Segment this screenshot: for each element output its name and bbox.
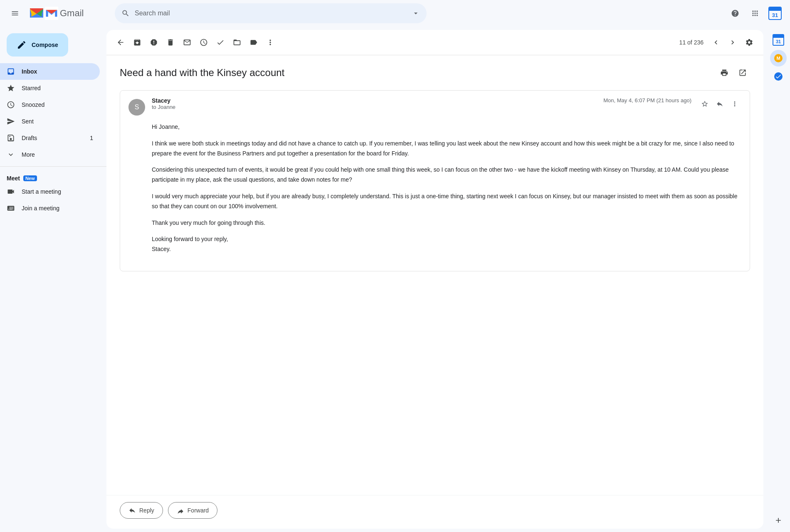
print-icon bbox=[720, 69, 728, 77]
start-meeting-label: Start a meeting bbox=[22, 188, 61, 195]
help-button[interactable] bbox=[727, 5, 743, 22]
move-to-button[interactable] bbox=[230, 35, 244, 50]
meet-section: Meet New Start a meeting Join a meeting bbox=[0, 170, 106, 220]
email-message: S Stacey to Joanne Mon, May 4, 6:07 PM (… bbox=[120, 90, 750, 271]
email-paragraph-2: Considering this unexpected turn of even… bbox=[152, 165, 741, 185]
calendar-panel-button[interactable]: 31 bbox=[770, 32, 787, 48]
star-email-button[interactable] bbox=[698, 97, 711, 111]
calendar-button[interactable]: 31 bbox=[767, 5, 783, 22]
meet-label: Meet bbox=[7, 175, 20, 182]
gmail-wordmark: Gmail bbox=[60, 8, 84, 19]
email-meta: Stacey to Joanne bbox=[152, 97, 597, 110]
email-greeting: Hi Joanne, bbox=[152, 122, 741, 132]
more-label: More bbox=[22, 151, 35, 158]
next-icon bbox=[728, 38, 737, 47]
sidebar-item-drafts[interactable]: Drafts 1 bbox=[0, 130, 100, 146]
add-panel-icon bbox=[774, 516, 783, 525]
more-actions-button[interactable] bbox=[263, 35, 278, 50]
gmail-icon bbox=[45, 7, 58, 20]
snooze-button[interactable] bbox=[196, 35, 211, 50]
mark-done-button[interactable] bbox=[213, 35, 228, 50]
open-new-window-icon bbox=[738, 69, 747, 77]
sidebar-item-start-meeting[interactable]: Start a meeting bbox=[0, 183, 100, 200]
hamburger-button[interactable] bbox=[7, 5, 23, 22]
email-closing: Looking forward to your reply, Stacey. bbox=[152, 234, 741, 254]
print-button[interactable] bbox=[717, 65, 732, 80]
search-icon bbox=[121, 9, 130, 17]
closing-line-2: Stacey. bbox=[152, 246, 171, 252]
compose-icon bbox=[17, 40, 27, 50]
sidebar-item-sent[interactable]: Sent bbox=[0, 113, 100, 130]
sidebar-item-inbox[interactable]: Inbox bbox=[0, 63, 100, 80]
apps-button[interactable] bbox=[747, 5, 763, 22]
snooze-icon bbox=[200, 38, 208, 47]
forward-button-label: Forward bbox=[188, 507, 209, 514]
more-icon bbox=[7, 150, 15, 159]
mark-unread-button[interactable] bbox=[180, 35, 195, 50]
topbar: Gmail 31 bbox=[0, 0, 790, 27]
inbox-icon bbox=[7, 67, 15, 76]
star-email-icon bbox=[701, 100, 709, 108]
email-subject: Need a hand with the Kinsey account bbox=[120, 67, 284, 79]
mark-done-icon bbox=[216, 38, 225, 47]
sender-avatar: S bbox=[128, 99, 145, 116]
search-bar bbox=[115, 3, 427, 23]
delete-button[interactable] bbox=[163, 35, 178, 50]
star-icon bbox=[7, 84, 15, 92]
back-button[interactable] bbox=[113, 35, 128, 50]
gmail-logo-icon bbox=[30, 7, 43, 20]
main-layout: Compose Inbox Starred bbox=[0, 27, 790, 532]
reply-quick-button[interactable] bbox=[713, 97, 726, 111]
next-email-button[interactable] bbox=[725, 35, 740, 50]
more-email-icon bbox=[731, 100, 738, 108]
back-icon bbox=[116, 38, 125, 47]
reply-quick-icon bbox=[716, 100, 723, 108]
sidebar-item-snoozed[interactable]: Snoozed bbox=[0, 96, 100, 113]
archive-button[interactable] bbox=[130, 35, 145, 50]
mark-unread-icon bbox=[183, 38, 191, 47]
sidebar-item-starred[interactable]: Starred bbox=[0, 80, 100, 96]
snoozed-label: Snoozed bbox=[22, 101, 44, 108]
chat-panel-button[interactable]: M bbox=[770, 50, 787, 66]
chat-icon: M bbox=[773, 53, 783, 63]
email-paragraph-4: Thank you very much for going through th… bbox=[152, 218, 741, 228]
sent-icon bbox=[7, 117, 15, 126]
join-meeting-label: Join a meeting bbox=[22, 205, 59, 212]
sidebar-item-join-meeting[interactable]: Join a meeting bbox=[0, 200, 100, 217]
topbar-right: 31 bbox=[727, 5, 783, 22]
open-new-window-button[interactable] bbox=[735, 65, 750, 80]
keyboard-icon bbox=[7, 204, 15, 212]
move-to-icon bbox=[233, 38, 241, 47]
sidebar-item-more[interactable]: More bbox=[0, 146, 100, 163]
drafts-label: Drafts bbox=[22, 135, 37, 141]
report-spam-icon bbox=[150, 38, 158, 47]
meet-badge: New bbox=[23, 175, 37, 181]
search-dropdown-icon[interactable] bbox=[412, 9, 420, 17]
reply-button[interactable]: Reply bbox=[120, 502, 163, 519]
forward-button[interactable]: Forward bbox=[168, 502, 217, 519]
email-header-actions bbox=[698, 97, 741, 111]
forward-button-icon bbox=[177, 507, 184, 514]
compose-button[interactable]: Compose bbox=[7, 33, 68, 57]
recipient-line: to Joanne bbox=[152, 104, 597, 110]
meet-header: Meet New bbox=[0, 173, 106, 183]
tasks-panel-button[interactable] bbox=[770, 68, 787, 85]
add-panel-button[interactable] bbox=[770, 512, 787, 529]
prev-email-button[interactable] bbox=[709, 35, 723, 50]
report-spam-button[interactable] bbox=[146, 35, 161, 50]
search-input[interactable] bbox=[135, 10, 407, 17]
svg-text:M: M bbox=[776, 56, 780, 61]
sender-name: Stacey bbox=[152, 97, 597, 104]
calendar-day: 31 bbox=[769, 11, 781, 19]
label-button[interactable] bbox=[246, 35, 261, 50]
logo: Gmail bbox=[30, 7, 105, 20]
more-email-button[interactable] bbox=[728, 97, 741, 111]
email-paragraph-1: I think we were both stuck in meetings t… bbox=[152, 139, 741, 159]
settings-button[interactable] bbox=[742, 35, 757, 50]
inbox-label: Inbox bbox=[22, 68, 37, 75]
prev-icon bbox=[712, 38, 720, 47]
page-counter: 11 of 236 bbox=[679, 39, 704, 46]
sent-label: Sent bbox=[22, 118, 34, 125]
email-header: S Stacey to Joanne Mon, May 4, 6:07 PM (… bbox=[120, 91, 750, 122]
email-time: Mon, May 4, 6:07 PM (21 hours ago) bbox=[603, 97, 691, 103]
